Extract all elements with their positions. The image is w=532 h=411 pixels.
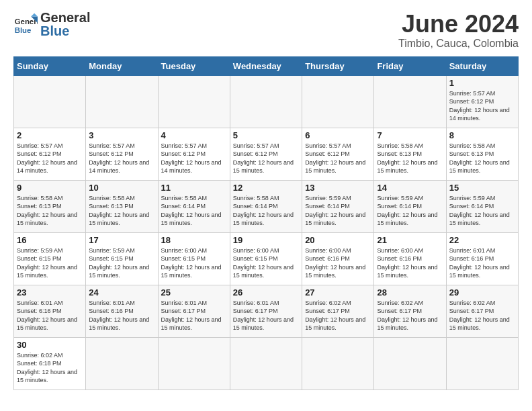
day-number: 24 xyxy=(89,287,154,298)
calendar-cell xyxy=(14,75,86,128)
calendar-cell: 16Sunrise: 5:59 AM Sunset: 6:15 PM Dayli… xyxy=(14,232,86,285)
day-number: 18 xyxy=(161,235,227,245)
weekday-header-saturday: Saturday xyxy=(446,56,518,75)
day-info: Sunrise: 5:58 AM Sunset: 6:13 PM Dayligh… xyxy=(377,142,443,175)
calendar-cell: 12Sunrise: 5:58 AM Sunset: 6:14 PM Dayli… xyxy=(230,180,302,232)
day-info: Sunrise: 6:02 AM Sunset: 6:18 PM Dayligh… xyxy=(17,351,83,385)
day-info: Sunrise: 6:00 AM Sunset: 6:16 PM Dayligh… xyxy=(377,246,443,280)
day-number: 2 xyxy=(17,130,83,140)
month-title: June 2024 xyxy=(398,11,519,38)
day-info: Sunrise: 5:59 AM Sunset: 6:15 PM Dayligh… xyxy=(17,246,83,280)
day-number: 15 xyxy=(449,183,515,193)
calendar-cell: 10Sunrise: 5:58 AM Sunset: 6:13 PM Dayli… xyxy=(86,180,158,232)
day-info: Sunrise: 5:58 AM Sunset: 6:13 PM Dayligh… xyxy=(89,194,154,228)
day-info: Sunrise: 5:59 AM Sunset: 6:14 PM Dayligh… xyxy=(305,194,371,228)
calendar-cell: 15Sunrise: 5:59 AM Sunset: 6:14 PM Dayli… xyxy=(446,180,518,232)
calendar-cell xyxy=(158,337,230,390)
day-number: 30 xyxy=(17,340,83,350)
calendar-week-row: 23Sunrise: 6:01 AM Sunset: 6:16 PM Dayli… xyxy=(14,285,519,337)
day-number: 19 xyxy=(233,235,299,245)
calendar-cell: 1Sunrise: 5:57 AM Sunset: 6:12 PM Daylig… xyxy=(446,75,518,128)
day-info: Sunrise: 6:01 AM Sunset: 6:17 PM Dayligh… xyxy=(161,299,227,332)
calendar-cell: 28Sunrise: 6:02 AM Sunset: 6:17 PM Dayli… xyxy=(374,285,446,337)
day-info: Sunrise: 6:02 AM Sunset: 6:17 PM Dayligh… xyxy=(305,299,371,332)
calendar-cell xyxy=(230,337,302,390)
calendar-week-row: 9Sunrise: 5:58 AM Sunset: 6:13 PM Daylig… xyxy=(14,180,519,232)
calendar-cell: 25Sunrise: 6:01 AM Sunset: 6:17 PM Dayli… xyxy=(158,285,230,337)
day-info: Sunrise: 6:00 AM Sunset: 6:15 PM Dayligh… xyxy=(161,246,227,280)
day-number: 9 xyxy=(17,183,83,193)
calendar-cell: 2Sunrise: 5:57 AM Sunset: 6:12 PM Daylig… xyxy=(14,128,86,180)
day-number: 10 xyxy=(89,183,154,193)
day-number: 7 xyxy=(377,130,443,140)
day-number: 5 xyxy=(233,130,299,140)
day-number: 29 xyxy=(449,287,515,298)
day-info: Sunrise: 5:57 AM Sunset: 6:12 PM Dayligh… xyxy=(233,142,299,175)
calendar-cell: 29Sunrise: 6:02 AM Sunset: 6:17 PM Dayli… xyxy=(446,285,518,337)
day-info: Sunrise: 5:57 AM Sunset: 6:12 PM Dayligh… xyxy=(89,142,154,175)
calendar-cell: 20Sunrise: 6:00 AM Sunset: 6:16 PM Dayli… xyxy=(302,232,374,285)
calendar-cell: 30Sunrise: 6:02 AM Sunset: 6:18 PM Dayli… xyxy=(14,337,86,390)
day-info: Sunrise: 6:00 AM Sunset: 6:15 PM Dayligh… xyxy=(233,246,299,280)
calendar-cell: 24Sunrise: 6:01 AM Sunset: 6:16 PM Dayli… xyxy=(86,285,158,337)
day-info: Sunrise: 6:00 AM Sunset: 6:16 PM Dayligh… xyxy=(305,246,371,280)
header: General Blue General Blue June 2024 Timb… xyxy=(13,11,519,50)
calendar-cell: 8Sunrise: 5:58 AM Sunset: 6:13 PM Daylig… xyxy=(446,128,518,180)
calendar-header: SundayMondayTuesdayWednesdayThursdayFrid… xyxy=(14,56,519,75)
day-info: Sunrise: 5:59 AM Sunset: 6:14 PM Dayligh… xyxy=(377,194,443,228)
day-number: 28 xyxy=(377,287,443,298)
weekday-header-sunday: Sunday xyxy=(14,56,86,75)
day-number: 25 xyxy=(161,287,227,298)
day-number: 16 xyxy=(17,235,83,245)
location-subtitle: Timbio, Cauca, Colombia xyxy=(398,38,519,50)
calendar-cell: 6Sunrise: 5:57 AM Sunset: 6:12 PM Daylig… xyxy=(302,128,374,180)
svg-text:Blue: Blue xyxy=(15,26,32,34)
calendar-week-row: 16Sunrise: 5:59 AM Sunset: 6:15 PM Dayli… xyxy=(14,232,519,285)
calendar-cell xyxy=(86,75,158,128)
day-info: Sunrise: 5:57 AM Sunset: 6:12 PM Dayligh… xyxy=(161,142,227,175)
calendar-cell xyxy=(374,337,446,390)
calendar-cell: 26Sunrise: 6:01 AM Sunset: 6:17 PM Dayli… xyxy=(230,285,302,337)
calendar-cell: 9Sunrise: 5:58 AM Sunset: 6:13 PM Daylig… xyxy=(14,180,86,232)
day-info: Sunrise: 6:01 AM Sunset: 6:17 PM Dayligh… xyxy=(233,299,299,332)
calendar-cell xyxy=(86,337,158,390)
weekday-header-wednesday: Wednesday xyxy=(230,56,302,75)
day-info: Sunrise: 6:01 AM Sunset: 6:16 PM Dayligh… xyxy=(449,246,515,280)
calendar-week-row: 30Sunrise: 6:02 AM Sunset: 6:18 PM Dayli… xyxy=(14,337,519,390)
calendar-cell: 11Sunrise: 5:58 AM Sunset: 6:14 PM Dayli… xyxy=(158,180,230,232)
logo-general-text: General xyxy=(40,11,90,24)
calendar-cell: 14Sunrise: 5:59 AM Sunset: 6:14 PM Dayli… xyxy=(374,180,446,232)
day-info: Sunrise: 5:59 AM Sunset: 6:14 PM Dayligh… xyxy=(449,194,515,228)
day-number: 26 xyxy=(233,287,299,298)
calendar-cell xyxy=(230,75,302,128)
logo-blue-text: Blue xyxy=(40,24,90,38)
calendar-cell: 19Sunrise: 6:00 AM Sunset: 6:15 PM Dayli… xyxy=(230,232,302,285)
day-number: 1 xyxy=(449,78,515,88)
day-info: Sunrise: 6:02 AM Sunset: 6:17 PM Dayligh… xyxy=(449,299,515,332)
calendar-cell xyxy=(302,75,374,128)
calendar-cell: 22Sunrise: 6:01 AM Sunset: 6:16 PM Dayli… xyxy=(446,232,518,285)
calendar-cell: 13Sunrise: 5:59 AM Sunset: 6:14 PM Dayli… xyxy=(302,180,374,232)
day-number: 20 xyxy=(305,235,371,245)
day-info: Sunrise: 5:59 AM Sunset: 6:15 PM Dayligh… xyxy=(89,246,154,280)
day-number: 27 xyxy=(305,287,371,298)
day-number: 21 xyxy=(377,235,443,245)
calendar-cell: 23Sunrise: 6:01 AM Sunset: 6:16 PM Dayli… xyxy=(14,285,86,337)
calendar-cell xyxy=(158,75,230,128)
calendar-cell: 18Sunrise: 6:00 AM Sunset: 6:15 PM Dayli… xyxy=(158,232,230,285)
calendar-cell xyxy=(374,75,446,128)
weekday-header-tuesday: Tuesday xyxy=(158,56,230,75)
calendar-week-row: 2Sunrise: 5:57 AM Sunset: 6:12 PM Daylig… xyxy=(14,128,519,180)
day-info: Sunrise: 5:58 AM Sunset: 6:13 PM Dayligh… xyxy=(17,194,83,228)
calendar-body: 1Sunrise: 5:57 AM Sunset: 6:12 PM Daylig… xyxy=(14,75,519,390)
day-info: Sunrise: 5:58 AM Sunset: 6:13 PM Dayligh… xyxy=(449,142,515,175)
day-info: Sunrise: 5:57 AM Sunset: 6:12 PM Dayligh… xyxy=(449,89,515,123)
calendar-cell: 7Sunrise: 5:58 AM Sunset: 6:13 PM Daylig… xyxy=(374,128,446,180)
day-number: 14 xyxy=(377,183,443,193)
calendar-cell: 17Sunrise: 5:59 AM Sunset: 6:15 PM Dayli… xyxy=(86,232,158,285)
weekday-header-friday: Friday xyxy=(374,56,446,75)
day-info: Sunrise: 5:57 AM Sunset: 6:12 PM Dayligh… xyxy=(305,142,371,175)
calendar-cell: 5Sunrise: 5:57 AM Sunset: 6:12 PM Daylig… xyxy=(230,128,302,180)
day-info: Sunrise: 5:58 AM Sunset: 6:14 PM Dayligh… xyxy=(161,194,227,228)
day-number: 3 xyxy=(89,130,154,140)
